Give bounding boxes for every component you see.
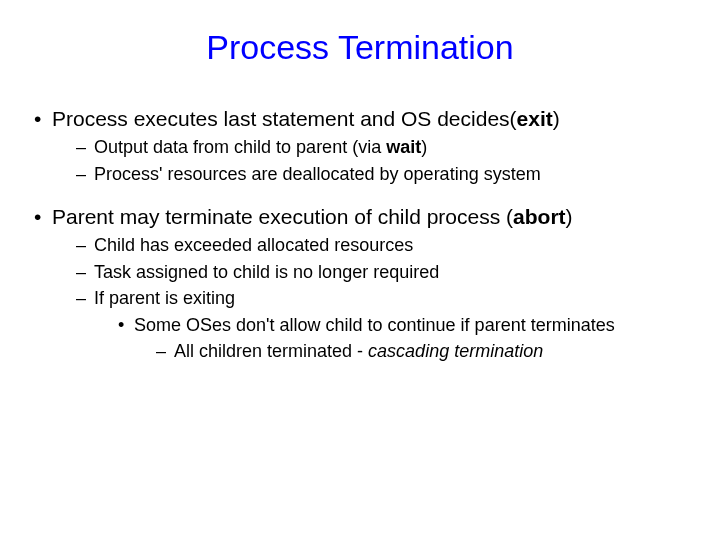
italic: cascading termination: [368, 341, 543, 361]
bullet-2-sub-2: Task assigned to child is no longer requ…: [24, 261, 696, 284]
bold: abort: [513, 205, 566, 228]
bullet-2-sub-3a-1: All children terminated - cascading term…: [24, 340, 696, 363]
bullet-2: Parent may terminate execution of child …: [24, 203, 696, 230]
bold: exit: [517, 107, 553, 130]
text: ): [566, 205, 573, 228]
text: Output data from child to parent (via: [94, 137, 386, 157]
bullet-2-sub-3: If parent is exiting: [24, 287, 696, 310]
text: Process executes last statement and OS d…: [52, 107, 517, 130]
text: ): [553, 107, 560, 130]
bullet-2-sub-1: Child has exceeded allocated resources: [24, 234, 696, 257]
bullet-1: Process executes last statement and OS d…: [24, 105, 696, 132]
bold: wait: [386, 137, 421, 157]
text: All children terminated -: [174, 341, 368, 361]
bullet-2-sub-3a: Some OSes don't allow child to continue …: [24, 314, 696, 337]
slide: Process Termination Process executes las…: [0, 0, 720, 540]
slide-title: Process Termination: [24, 28, 696, 67]
spacer: [24, 189, 696, 197]
bullet-1-sub-2: Process' resources are deallocated by op…: [24, 163, 696, 186]
bullet-1-sub-1: Output data from child to parent (via wa…: [24, 136, 696, 159]
text: ): [421, 137, 427, 157]
text: Parent may terminate execution of child …: [52, 205, 513, 228]
